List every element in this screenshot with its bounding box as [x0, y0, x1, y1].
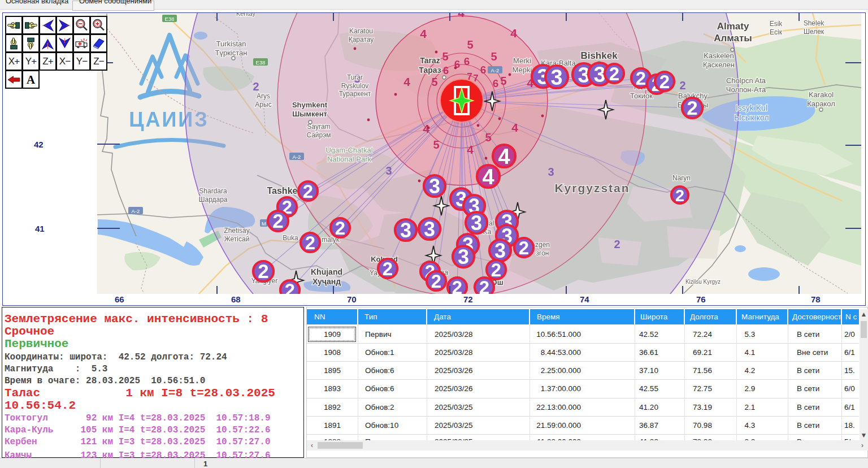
svg-text:A: A — [27, 73, 35, 86]
